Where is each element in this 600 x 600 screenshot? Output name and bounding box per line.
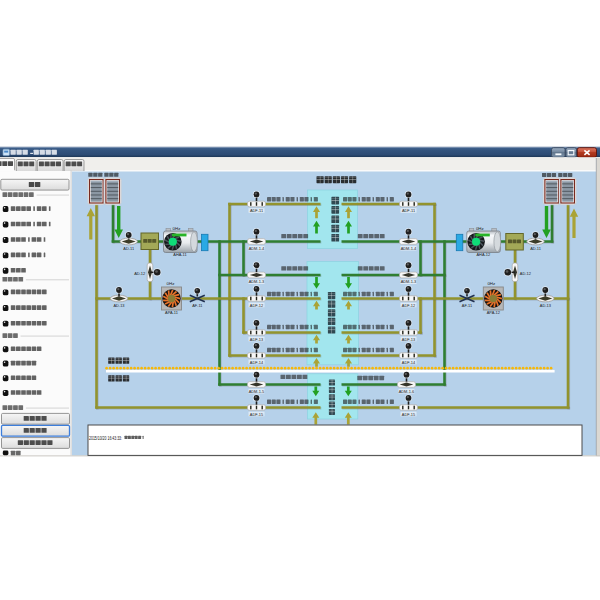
svg-text:APA-12: APA-12 [487,310,500,315]
svg-text:AD-12: AD-12 [134,271,145,276]
svg-text:0Hz: 0Hz [173,226,181,231]
svg-text:ADF-13: ADF-13 [402,337,415,342]
svg-text:2015/10/20 16:43:33:: 2015/10/20 16:43:33: [89,435,122,441]
svg-text:AHA-12: AHA-12 [476,252,490,257]
svg-text:ADM-1-5: ADM-1-5 [249,389,265,394]
svg-text:ADM-1-3: ADM-1-3 [249,279,265,284]
svg-text:ADM-1-4: ADM-1-4 [249,246,265,251]
svg-text:ADM-1-4: ADM-1-4 [401,246,417,251]
svg-text:AHA-11: AHA-11 [173,252,186,257]
svg-text:ADF-12: ADF-12 [402,303,415,308]
svg-text:ADF-15: ADF-15 [250,412,263,417]
svg-text:AD-11: AD-11 [123,246,134,251]
svg-text:ADF-15: ADF-15 [402,412,415,417]
svg-text:ADF-12: ADF-12 [250,303,263,308]
svg-text:ADF-11: ADF-11 [402,208,415,213]
svg-text:ADM-1-3: ADM-1-3 [401,279,417,284]
svg-text:ADF-13: ADF-13 [250,337,263,342]
svg-text:ADF-14: ADF-14 [402,360,416,365]
svg-text:AD-11: AD-11 [530,246,541,251]
svg-text:0Hz: 0Hz [487,281,495,286]
svg-text:ADM-1-6: ADM-1-6 [399,389,415,394]
svg-text:APA-11: APA-11 [165,310,178,315]
svg-text:ADF-11: ADF-11 [250,208,263,213]
svg-text:0Hz: 0Hz [167,281,175,286]
svg-text:ADF-14: ADF-14 [250,360,264,365]
svg-text:AD-13: AD-13 [540,303,551,308]
svg-text:AD-13: AD-13 [113,303,124,308]
svg-text:0Hz: 0Hz [476,226,484,231]
svg-text:AD-12: AD-12 [520,271,531,276]
svg-text:AF-11: AF-11 [462,303,472,308]
svg-text:AF-11: AF-11 [192,303,202,308]
